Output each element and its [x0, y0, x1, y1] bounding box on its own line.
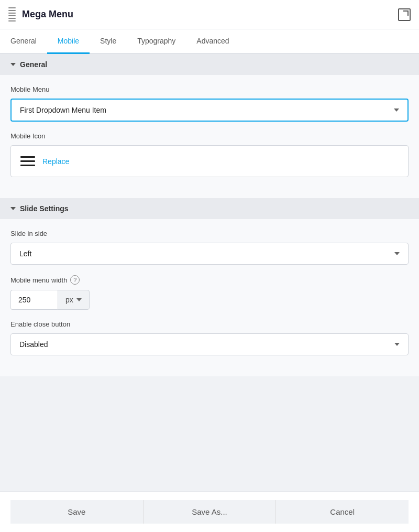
tab-typography[interactable]: Typography: [127, 29, 186, 54]
mobile-menu-width-input[interactable]: [10, 290, 58, 310]
enable-close-button-value: Disabled: [19, 340, 48, 349]
mobile-menu-width-help-icon[interactable]: ?: [70, 275, 80, 285]
main-content: General Mobile Menu First Dropdown Menu …: [0, 54, 419, 491]
slide-in-side-chevron-icon: [394, 252, 400, 255]
mobile-menu-dropdown[interactable]: First Dropdown Menu Item: [10, 99, 409, 122]
tab-general[interactable]: General: [0, 29, 47, 54]
mobile-icon-field: Mobile Icon Replace: [10, 132, 409, 177]
mobile-menu-width-label: Mobile menu width ?: [10, 275, 409, 285]
enable-close-button-label: Enable close button: [10, 320, 409, 328]
mobile-menu-width-field: Mobile menu width ? px: [10, 275, 409, 310]
replace-link[interactable]: Replace: [42, 157, 69, 166]
cancel-button[interactable]: Cancel: [275, 500, 409, 524]
unit-value: px: [65, 296, 73, 304]
mobile-menu-field: Mobile Menu First Dropdown Menu Item: [10, 85, 409, 122]
save-button[interactable]: Save: [10, 500, 143, 524]
tab-advanced[interactable]: Advanced: [186, 29, 239, 54]
save-as-button[interactable]: Save As...: [143, 500, 276, 524]
mobile-icon-box: Replace: [10, 145, 409, 177]
unit-dropdown[interactable]: px: [58, 290, 90, 310]
unit-dropdown-chevron-icon: [76, 298, 82, 301]
hamburger-icon: [20, 156, 35, 166]
enable-close-button-chevron-icon: [394, 343, 400, 346]
panel-header: Mega Menu: [0, 0, 419, 29]
mobile-menu-dropdown-chevron-icon: [394, 108, 399, 112]
slide-in-side-dropdown[interactable]: Left: [10, 243, 409, 265]
slide-settings-chevron-icon: [10, 207, 16, 210]
footer: Save Save As... Cancel: [0, 491, 419, 532]
panel-title: Mega Menu: [22, 9, 73, 20]
drag-handle[interactable]: [8, 7, 16, 21]
general-chevron-icon: [10, 63, 16, 66]
general-section-header[interactable]: General: [0, 54, 419, 75]
enable-close-button-field: Enable close button Disabled: [10, 320, 409, 355]
mobile-icon-label: Mobile Icon: [10, 132, 409, 140]
slide-in-side-label: Slide in side: [10, 230, 409, 237]
slide-settings-section-header[interactable]: Slide Settings: [0, 198, 419, 219]
slide-in-side-field: Slide in side Left: [10, 230, 409, 265]
slide-settings-content: Slide in side Left Mobile menu width ? p…: [0, 219, 419, 376]
general-section-content: Mobile Menu First Dropdown Menu Item Mob…: [0, 75, 419, 198]
window-icon[interactable]: [398, 8, 411, 21]
enable-close-button-dropdown[interactable]: Disabled: [10, 333, 409, 355]
mobile-menu-value: First Dropdown Menu Item: [20, 106, 106, 114]
slide-settings-section-title: Slide Settings: [20, 204, 69, 213]
general-section-title: General: [20, 60, 47, 69]
width-input-group: px: [10, 290, 409, 310]
tab-bar: General Mobile Style Typography Advanced: [0, 29, 419, 54]
tab-mobile[interactable]: Mobile: [47, 29, 90, 54]
mobile-menu-label: Mobile Menu: [10, 85, 409, 93]
slide-in-side-value: Left: [19, 249, 31, 258]
tab-style[interactable]: Style: [90, 29, 127, 54]
